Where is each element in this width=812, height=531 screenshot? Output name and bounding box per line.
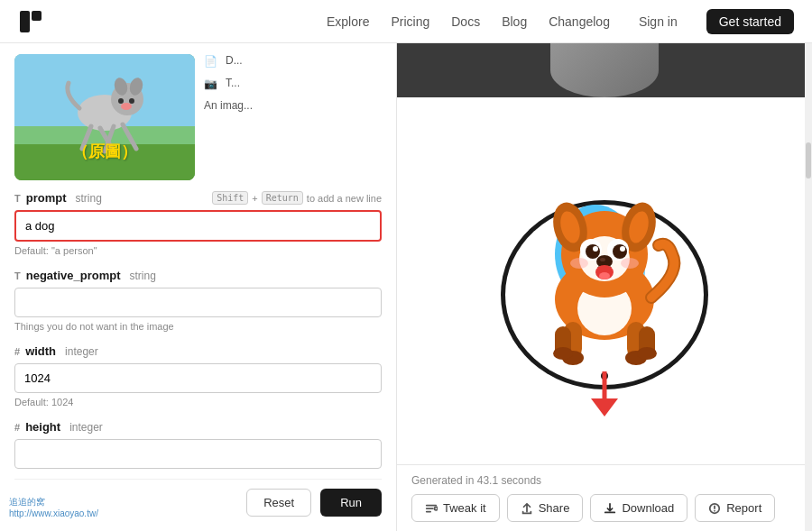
- shift-return-hint: Shift + Return to add a new line: [212, 191, 382, 205]
- navbar-links: Explore Pricing Docs Blog Changelog Sign…: [327, 9, 794, 34]
- neg-type: string: [129, 270, 155, 282]
- camera-icon: 📷: [204, 78, 218, 92]
- svg-point-29: [637, 347, 657, 360]
- height-label-left: # height integer: [14, 420, 103, 434]
- left-panel: （原圖） 📄 D... 📷 T... An imag... T prompt: [0, 43, 397, 531]
- svg-point-41: [620, 246, 625, 252]
- prompt-type-icon: T: [14, 193, 21, 204]
- thumb-label-1: D...: [226, 54, 243, 67]
- height-field-group: # height integer: [14, 420, 382, 469]
- svg-point-38: [586, 244, 600, 259]
- height-type-icon: #: [14, 422, 20, 433]
- red-arrow: [586, 371, 623, 417]
- thumb-label-2: T...: [226, 77, 240, 89]
- svg-point-13: [129, 98, 134, 104]
- prompt-field-group: T prompt string Shift + Return to add a …: [14, 191, 382, 256]
- scrollbar-thumb: [806, 142, 811, 179]
- nav-docs[interactable]: Docs: [451, 14, 480, 29]
- image-section: （原圖） 📄 D... 📷 T... An imag...: [14, 54, 382, 180]
- nav-blog[interactable]: Blog: [502, 14, 527, 29]
- right-panel: Generated in 43.1 seconds Tweak it Share: [397, 43, 812, 531]
- width-input[interactable]: [14, 363, 382, 393]
- svg-point-15: [121, 103, 132, 110]
- height-type: integer: [69, 421, 103, 434]
- action-buttons: Tweak it Share Download: [411, 494, 798, 522]
- height-label: # height integer: [14, 420, 382, 434]
- svg-point-46: [570, 258, 588, 269]
- neg-hint: Things you do not want in the image: [14, 321, 382, 332]
- image-desc: An imag...: [204, 99, 382, 112]
- svg-rect-0: [20, 11, 30, 32]
- svg-point-39: [613, 244, 627, 259]
- prompt-type: string: [76, 192, 102, 205]
- width-default-hint: Default: 1024: [14, 397, 382, 407]
- yuantu-label: （原圖）: [72, 141, 137, 162]
- download-icon: [604, 502, 616, 515]
- generated-time-text: Generated in 43.1 seconds: [411, 474, 798, 487]
- reset-button[interactable]: Reset: [246, 489, 311, 517]
- width-type: integer: [65, 345, 98, 358]
- svg-marker-50: [591, 398, 618, 417]
- neg-type-icon: T: [14, 270, 21, 281]
- svg-point-14: [118, 98, 124, 104]
- download-button[interactable]: Download: [590, 494, 687, 522]
- height-name: height: [25, 420, 60, 434]
- svg-point-28: [553, 347, 573, 360]
- svg-point-40: [593, 246, 598, 252]
- report-button[interactable]: Report: [695, 494, 775, 522]
- neg-label-left: T negative_prompt string: [14, 269, 156, 282]
- svg-point-45: [599, 272, 610, 279]
- plus-sign: +: [252, 193, 257, 204]
- height-input[interactable]: [14, 439, 382, 469]
- side-thumbs: 📄 D... 📷 T... An imag...: [204, 54, 382, 180]
- share-icon: [521, 502, 533, 515]
- right-bottom-bar: Generated in 43.1 seconds Tweak it Share: [397, 464, 812, 531]
- file-icon: 📄: [204, 55, 218, 69]
- share-button[interactable]: Share: [507, 494, 584, 522]
- nav-explore[interactable]: Explore: [327, 14, 369, 29]
- svg-point-47: [621, 258, 639, 269]
- download-label: Download: [622, 501, 674, 515]
- right-top-strip: [397, 43, 812, 97]
- width-label-left: # width integer: [14, 344, 98, 358]
- neg-name: negative_prompt: [26, 269, 121, 282]
- hint-text: to add a new line: [307, 193, 382, 204]
- nav-pricing[interactable]: Pricing: [391, 14, 429, 29]
- prompt-field-label: T prompt string Shift + Return to add a …: [14, 191, 382, 205]
- right-scrollbar[interactable]: [805, 43, 812, 531]
- report-icon: [708, 502, 721, 515]
- thumb-item-1: 📄 D...: [204, 54, 382, 69]
- navbar: Explore Pricing Docs Blog Changelog Sign…: [0, 0, 812, 43]
- sticker-dog-svg: [478, 155, 731, 407]
- width-label: # width integer: [14, 344, 382, 358]
- sticker-area: [397, 97, 812, 464]
- width-field-group: # width integer Default: 1024: [14, 344, 382, 407]
- shift-key: Shift: [212, 191, 248, 205]
- thumb-item-2: 📷 T...: [204, 77, 382, 92]
- negative-prompt-field-group: T negative_prompt string Things you do n…: [14, 269, 382, 332]
- getstarted-button[interactable]: Get started: [706, 9, 794, 34]
- width-type-icon: #: [14, 346, 20, 357]
- svg-point-51: [435, 507, 438, 510]
- report-label: Report: [726, 501, 761, 515]
- run-button[interactable]: Run: [320, 489, 382, 517]
- tweak-button[interactable]: Tweak it: [411, 494, 500, 522]
- main-image-thumbnail: （原圖）: [14, 54, 195, 180]
- prompt-label-left: T prompt string: [14, 191, 102, 205]
- return-key: Return: [262, 191, 303, 205]
- negative-prompt-input[interactable]: [14, 288, 382, 317]
- left-bottom-actions: Reset Run: [14, 479, 382, 520]
- nav-changelog[interactable]: Changelog: [549, 14, 610, 29]
- svg-point-43: [600, 258, 605, 261]
- navbar-left: [18, 9, 43, 34]
- width-name: width: [25, 344, 56, 358]
- tweak-label: Tweak it: [443, 501, 486, 515]
- logo-icon: [18, 9, 43, 34]
- sticker-container: [478, 155, 731, 407]
- negative-prompt-label: T negative_prompt string: [14, 269, 382, 282]
- share-label: Share: [539, 501, 570, 515]
- svg-rect-1: [32, 11, 42, 21]
- prompt-input[interactable]: [14, 210, 382, 242]
- tweak-icon: [425, 502, 438, 515]
- signin-button[interactable]: Sign in: [632, 11, 685, 32]
